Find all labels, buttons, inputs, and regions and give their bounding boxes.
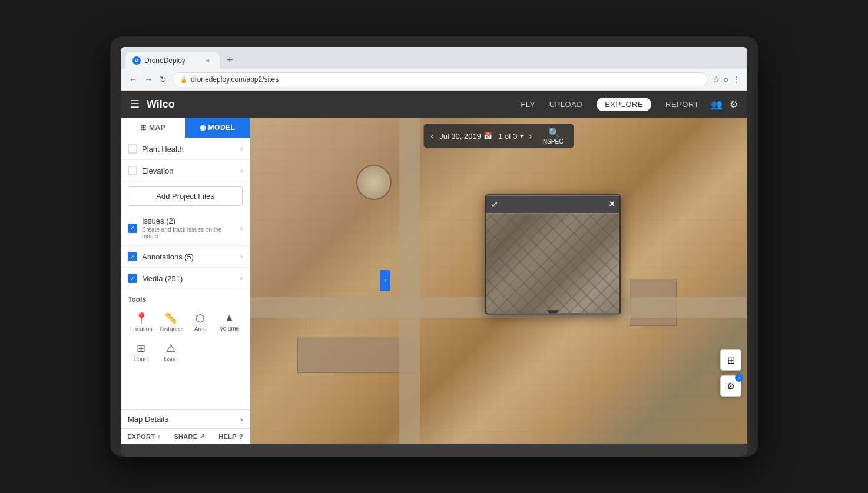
- media-checkbox[interactable]: ✓: [128, 274, 137, 283]
- tab-icon: D: [132, 56, 141, 65]
- export-icon: ↑: [157, 433, 161, 440]
- location-label: Location: [130, 326, 153, 332]
- plant-detail-1: [297, 338, 415, 373]
- share-icon: ↗: [200, 432, 205, 440]
- hamburger-menu-button[interactable]: ☰: [130, 98, 140, 111]
- area-icon: ⬡: [196, 312, 205, 325]
- add-project-files-button[interactable]: Add Project Files: [128, 186, 243, 206]
- plant-health-checkbox[interactable]: [128, 144, 137, 154]
- distance-icon: 📏: [164, 312, 177, 325]
- active-tab[interactable]: D DroneDeploy ×: [125, 52, 220, 69]
- dropdown-icon[interactable]: ▾: [520, 132, 524, 140]
- toolbar-prev-button[interactable]: ‹: [430, 131, 433, 141]
- tab-bar: D DroneDeploy × +: [121, 47, 747, 69]
- map-details-item[interactable]: Map Details ›: [128, 415, 243, 424]
- tab-close-button[interactable]: ×: [203, 56, 213, 65]
- issues-text: Issues (2) Create and track issues on th…: [142, 216, 236, 239]
- sidebar-body: Plant Health › Elevation › Add Project F…: [121, 138, 250, 409]
- tab-map[interactable]: ⊞ MAP: [121, 118, 185, 138]
- tab-model[interactable]: ◉ MODEL: [185, 118, 250, 138]
- sidebar: ⊞ MAP ◉ MODEL Plant Health: [121, 118, 250, 444]
- lock-icon: 🔒: [180, 76, 187, 83]
- url-box[interactable]: 🔒 dronedeploy.com/app2/sites: [173, 72, 708, 86]
- volume-icon: ▲: [224, 312, 235, 324]
- popup-image: [486, 213, 619, 313]
- inspect-button[interactable]: 🔍 INSPECT: [541, 127, 566, 145]
- sidebar-collapse-button[interactable]: ‹: [380, 270, 390, 291]
- sidebar-item-elevation[interactable]: Elevation ›: [121, 160, 250, 182]
- sidebar-item-plant-health[interactable]: Plant Health ›: [121, 138, 250, 160]
- sidebar-item-issues[interactable]: ✓ Issues (2) Create and track issues on …: [121, 211, 250, 246]
- map-settings-button[interactable]: ⚙ 1: [720, 375, 741, 397]
- help-label: HELP: [218, 433, 237, 440]
- back-button[interactable]: ←: [128, 74, 138, 85]
- tank-structure-1: [356, 165, 392, 200]
- popup-expand-button[interactable]: ⤢: [491, 199, 498, 209]
- laptop-frame: D DroneDeploy × + ← → ↻ 🔒 dronedeploy.co…: [110, 36, 758, 457]
- header-actions: 👥 ⚙: [711, 99, 738, 110]
- issue-label: Issue: [164, 356, 178, 362]
- model-tab-label: MODEL: [208, 124, 236, 132]
- media-chevron-icon: ›: [240, 274, 243, 282]
- tool-location[interactable]: 📍 Location: [128, 308, 155, 336]
- tool-distance[interactable]: 📏 Distance: [157, 308, 185, 336]
- annotations-chevron-icon: ›: [240, 252, 243, 261]
- media-label: Media (251): [142, 274, 236, 283]
- menu-dots-button[interactable]: ⋮: [732, 75, 740, 84]
- tab-title: DroneDeploy: [144, 56, 185, 65]
- sidebar-footer: Map Details ›: [121, 409, 250, 428]
- volume-label: Volume: [220, 325, 239, 332]
- tool-area[interactable]: ⬡ Area: [187, 308, 214, 336]
- laptop-screen: D DroneDeploy × + ← → ↻ 🔒 dronedeploy.co…: [121, 47, 747, 444]
- address-actions: ☆ ○ ⋮: [713, 75, 740, 84]
- sidebar-item-media[interactable]: ✓ Media (251) ›: [121, 268, 250, 289]
- settings-button[interactable]: ⚙: [730, 99, 738, 110]
- map-details-label: Map Details: [128, 415, 168, 424]
- tool-volume[interactable]: ▲ Volume: [216, 308, 243, 336]
- nav-explore[interactable]: EXPLORE: [597, 98, 651, 111]
- nav-upload[interactable]: UPLOAD: [549, 100, 582, 109]
- app-layout: ☰ Wilco FLY UPLOAD EXPLORE REPORT 👥 ⚙: [121, 91, 747, 444]
- map-details-chevron-icon: ›: [240, 415, 243, 424]
- nav-fly[interactable]: FLY: [521, 100, 535, 109]
- issues-checkbox[interactable]: ✓: [128, 224, 137, 233]
- fullscreen-button[interactable]: ⊞: [720, 349, 741, 371]
- toolbar-next-button[interactable]: ›: [529, 131, 532, 141]
- tool-issue[interactable]: ⚠ Issue: [157, 338, 184, 366]
- refresh-button[interactable]: ↻: [158, 74, 168, 85]
- popup-close-button[interactable]: ×: [609, 199, 615, 209]
- address-bar: ← → ↻ 🔒 dronedeploy.com/app2/sites ☆ ○ ⋮: [121, 69, 747, 90]
- map-right-controls: ⊞ ⚙ 1: [720, 349, 741, 397]
- forward-button[interactable]: →: [143, 74, 154, 85]
- issues-label: Issues (2): [142, 216, 236, 225]
- distance-label: Distance: [160, 326, 183, 332]
- new-tab-button[interactable]: +: [222, 52, 238, 69]
- help-icon: ?: [239, 433, 243, 440]
- export-label: EXPORT: [127, 433, 155, 440]
- nav-report[interactable]: REPORT: [665, 100, 699, 109]
- browser-chrome: D DroneDeploy × + ← → ↻ 🔒 dronedeploy.co…: [121, 47, 747, 91]
- map-area[interactable]: ‹ Jul 30, 2019 📅 1 of 3 ▾ › 🔍 INSPECT: [250, 118, 747, 444]
- help-button[interactable]: HELP ?: [218, 433, 243, 440]
- inspect-icon: 🔍: [548, 127, 560, 138]
- header-nav: FLY UPLOAD EXPLORE REPORT: [521, 98, 699, 111]
- sidebar-item-annotations[interactable]: ✓ Annotations (5) ›: [121, 246, 250, 268]
- calendar-icon: 📅: [483, 132, 492, 140]
- tools-section: Tools 📍 Location 📏 Distance: [121, 289, 250, 368]
- add-user-button[interactable]: 👥: [711, 99, 723, 110]
- issues-sub: Create and track issues on the model: [142, 226, 236, 239]
- bookmark-button[interactable]: ☆: [713, 75, 720, 84]
- issue-icon: ⚠: [166, 342, 175, 355]
- export-button[interactable]: EXPORT ↑: [127, 433, 161, 440]
- annotations-checkbox[interactable]: ✓: [128, 252, 137, 261]
- tool-count[interactable]: ⊞ Count: [128, 338, 155, 366]
- settings-badge: 1: [735, 374, 743, 382]
- map-settings-icon: ⚙: [727, 381, 735, 392]
- share-button[interactable]: SHARE ↗: [174, 432, 205, 440]
- profile-button[interactable]: ○: [724, 75, 728, 84]
- map-tab-label: MAP: [149, 124, 165, 132]
- issues-chevron-icon: ›: [240, 224, 243, 232]
- map-popup: ⤢ ×: [485, 194, 621, 314]
- laptop-base: [121, 444, 747, 457]
- elevation-checkbox[interactable]: [128, 166, 137, 175]
